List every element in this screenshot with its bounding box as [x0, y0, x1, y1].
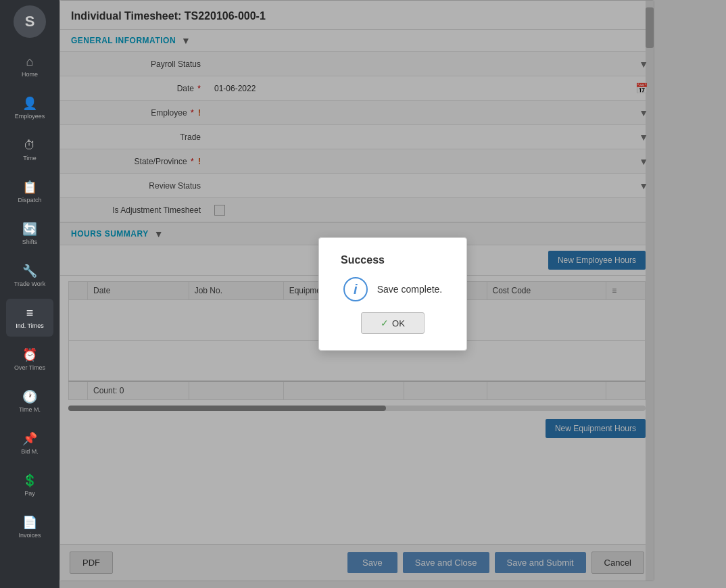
- time-m-icon: 🕐: [22, 389, 37, 404]
- sidebar-item-home[interactable]: ⌂ Home: [6, 47, 53, 85]
- sidebar-item-dispatch[interactable]: 📋 Dispatch: [6, 173, 53, 211]
- sidebar-label-over-times: Over Times: [14, 364, 45, 372]
- sidebar-item-invoices[interactable]: 📄 Invoices: [6, 508, 53, 546]
- sidebar-item-shifts[interactable]: 🔄 Shifts: [6, 215, 53, 253]
- shifts-icon: 🔄: [22, 222, 37, 237]
- employees-icon: 👤: [22, 96, 37, 111]
- sidebar-label-ind-times: Ind. Times: [16, 322, 44, 330]
- ok-label: OK: [392, 318, 405, 328]
- sidebar-label-trade-work: Trade Work: [14, 280, 46, 288]
- logo-letter: S: [25, 13, 35, 30]
- bid-m-icon: 📌: [22, 431, 37, 446]
- sidebar-label-time: Time: [23, 155, 37, 162]
- home-icon: ⌂: [26, 55, 34, 69]
- info-icon: i: [343, 277, 368, 301]
- trade-work-icon: 🔧: [22, 264, 37, 278]
- success-message: Save complete.: [377, 284, 443, 295]
- dispatch-icon: 📋: [22, 180, 37, 195]
- sidebar-item-time-m[interactable]: 🕐 Time M.: [6, 383, 53, 420]
- sidebar-label-time-m: Time M.: [19, 406, 41, 414]
- sidebar-label-invoices: Invoices: [18, 532, 41, 539]
- sidebar-item-trade-work[interactable]: 🔧 Trade Work: [6, 257, 53, 295]
- sidebar-item-bid-m[interactable]: 📌 Bid M.: [6, 424, 53, 462]
- sidebar-item-employees[interactable]: 👤 Employees: [6, 89, 53, 127]
- success-overlay: Success i Save complete. ✓ OK: [59, 0, 726, 588]
- sidebar-label-home: Home: [22, 71, 38, 78]
- sidebar: S ⌂ Home 👤 Employees ⏱ Time 📋 Dispatch 🔄…: [0, 0, 59, 588]
- sidebar-item-ind-times[interactable]: ≡ Ind. Times: [6, 299, 53, 337]
- sidebar-label-employees: Employees: [15, 113, 45, 120]
- sidebar-label-shifts: Shifts: [22, 239, 38, 246]
- ind-times-icon: ≡: [26, 306, 34, 320]
- main-content: Individual Timesheet: TS220106-000-1 GEN…: [59, 0, 726, 588]
- sidebar-label-pay: Pay: [24, 490, 35, 497]
- success-dialog: Success i Save complete. ✓ OK: [318, 237, 467, 351]
- sidebar-label-dispatch: Dispatch: [18, 197, 41, 204]
- check-icon: ✓: [381, 318, 389, 328]
- sidebar-item-time[interactable]: ⏱ Time: [6, 131, 53, 169]
- invoices-icon: 📄: [22, 515, 37, 530]
- over-times-icon: ⏰: [22, 347, 37, 362]
- success-body: i Save complete.: [343, 277, 443, 301]
- sidebar-label-bid-m: Bid M.: [21, 448, 39, 456]
- ok-button[interactable]: ✓ OK: [361, 312, 425, 334]
- time-icon: ⏱: [24, 139, 36, 153]
- pay-icon: 💲: [22, 473, 37, 488]
- app-logo: S: [14, 5, 46, 38]
- success-title: Success: [341, 254, 385, 266]
- sidebar-item-over-times[interactable]: ⏰ Over Times: [6, 341, 53, 378]
- sidebar-item-pay[interactable]: 💲 Pay: [6, 466, 53, 504]
